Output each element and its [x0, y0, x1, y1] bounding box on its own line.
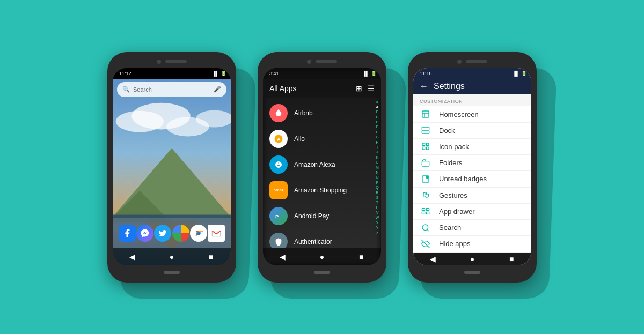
settings-item-search[interactable]: Search: [413, 220, 531, 236]
settings-item-appdrawer[interactable]: App drawer: [413, 204, 531, 220]
list-item[interactable]: Airbnb: [263, 100, 374, 126]
settings-item-gestures[interactable]: Gestures: [413, 188, 531, 204]
alpha-h[interactable]: H: [376, 140, 378, 145]
dock-icon: [420, 124, 431, 136]
settings-item-badges[interactable]: Unread badges: [413, 171, 531, 187]
phone2-bottom-bar: [263, 268, 381, 277]
alpha-b[interactable]: B: [376, 110, 379, 114]
home-btn3[interactable]: ●: [466, 253, 479, 265]
alpha-hash[interactable]: #: [376, 100, 378, 105]
svg-rect-30: [422, 147, 425, 150]
phone2-bottom-btn: [314, 271, 330, 274]
phone3-camera: [457, 60, 462, 64]
search-label: Search: [133, 86, 210, 93]
phone2-nav-bar: ◀ ● ■: [263, 248, 381, 265]
phone1-speaker: [165, 60, 187, 63]
alpha-c[interactable]: C: [376, 115, 378, 120]
homescreen-label: Homescreen: [439, 110, 479, 118]
messenger-icon[interactable]: [136, 225, 153, 242]
settings-item-folders[interactable]: Folders: [413, 155, 531, 171]
facebook-icon[interactable]: [119, 225, 136, 242]
alpha-n[interactable]: N: [376, 170, 378, 175]
gmail-icon[interactable]: [208, 225, 225, 242]
phone3-bottom-bar: [413, 268, 531, 277]
back-btn2[interactable]: ◀: [276, 250, 289, 263]
phone3-wrapper: 11:18 ▐▌ 🔋 ← Settings CUSTOMIZATION Home…: [408, 52, 537, 283]
phone1-top-bar: [113, 57, 231, 66]
list-view-icon[interactable]: ☰: [368, 84, 375, 93]
settings-item-dock[interactable]: Dock: [413, 123, 531, 139]
alpha-o[interactable]: O: [376, 175, 378, 180]
phone1-bottom-btn: [164, 271, 180, 274]
wifi-icon3: 🔋: [521, 71, 527, 76]
svg-rect-26: [422, 131, 429, 134]
alpha-g[interactable]: G: [376, 135, 378, 139]
hideapps-label: Hide apps: [439, 240, 471, 248]
alpha-r[interactable]: R: [376, 191, 378, 195]
alpha-j[interactable]: J: [376, 150, 378, 154]
app-icon-auth: [269, 233, 288, 248]
search-icon: 🔍: [122, 86, 130, 93]
back-arrow-icon[interactable]: ←: [420, 81, 428, 91]
phone3-top-bar: [413, 57, 531, 66]
settings-item-homescreen[interactable]: Homescreen: [413, 106, 531, 122]
iconpack-label: Icon pack: [439, 143, 469, 151]
alpha-p[interactable]: P: [376, 181, 379, 185]
list-item[interactable]: Amazon Alexa: [263, 152, 374, 177]
alpha-d[interactable]: D: [376, 120, 378, 124]
photos-icon[interactable]: [172, 225, 189, 242]
svg-rect-25: [422, 111, 429, 117]
home-button[interactable]: ●: [165, 250, 178, 263]
phone1-status-bar: 11:12 ▐▌ 🔋: [113, 68, 231, 79]
phone3-status-bar: 11:18 ▐▌ 🔋: [413, 68, 531, 79]
home-btn2[interactable]: ●: [316, 250, 328, 263]
settings-header: ← Settings: [413, 79, 531, 95]
view-icons: ⊞ ☰: [356, 84, 375, 93]
settings-item-hideapps[interactable]: Hide apps: [413, 236, 531, 252]
alpha-s[interactable]: S: [376, 196, 379, 200]
alpha-k[interactable]: K: [376, 155, 379, 160]
settings-item-iconpack[interactable]: Icon pack: [413, 139, 531, 155]
phone1-camera: [157, 60, 161, 64]
alpha-y[interactable]: Y: [376, 226, 379, 230]
svg-rect-27: [422, 127, 429, 130]
alpha-m[interactable]: M: [376, 166, 379, 170]
svg-text:A: A: [277, 136, 281, 142]
phone2-top-bar: [263, 57, 381, 66]
twitter-icon[interactable]: [154, 225, 171, 242]
list-item[interactable]: P Android Pay: [263, 203, 374, 229]
alpha-v[interactable]: V: [376, 211, 379, 215]
list-item[interactable]: Authenticator: [263, 229, 374, 248]
alpha-i[interactable]: I: [377, 145, 378, 150]
list-item[interactable]: A Allo: [263, 126, 374, 152]
back-button[interactable]: ◀: [126, 250, 139, 263]
alpha-u[interactable]: U: [376, 206, 378, 210]
alpha-z[interactable]: Z: [376, 231, 378, 235]
phone1-time: 11:12: [119, 71, 131, 76]
alpha-f[interactable]: F: [376, 130, 378, 135]
alpha-q[interactable]: Q: [376, 185, 378, 190]
svg-rect-37: [422, 212, 425, 214]
chrome-icon[interactable]: [190, 225, 207, 242]
phone2-screen: 3:41 ▐▌ 🔋 All Apps ⊞ ☰: [263, 68, 381, 265]
alpha-a[interactable]: A: [376, 105, 378, 109]
signal-icon: ▐▌: [212, 71, 219, 76]
app-icon-alexa: [269, 155, 288, 174]
svg-text:amazon: amazon: [274, 188, 284, 192]
alpha-l[interactable]: L: [376, 160, 378, 165]
recents-button[interactable]: ■: [204, 250, 217, 263]
grid-view-icon[interactable]: ⊞: [356, 84, 362, 93]
recents-btn3[interactable]: ■: [505, 253, 518, 265]
alpha-x[interactable]: X: [376, 221, 379, 225]
search-bar[interactable]: 🔍 Search 🎤: [117, 82, 226, 97]
gestures-label: Gestures: [439, 191, 467, 199]
alpha-w[interactable]: W: [376, 216, 379, 220]
alpha-e[interactable]: E: [376, 125, 379, 129]
phone1: 11:12 ▐▌ 🔋: [107, 52, 236, 283]
app-name-airbnb: Airbnb: [294, 109, 313, 117]
back-btn3[interactable]: ◀: [427, 253, 440, 265]
list-item[interactable]: amazon Amazon Shopping: [263, 177, 374, 203]
alpha-t[interactable]: T: [376, 201, 378, 205]
recents-btn2[interactable]: ■: [355, 250, 368, 263]
signal-icon3: ▐▌: [513, 71, 519, 76]
